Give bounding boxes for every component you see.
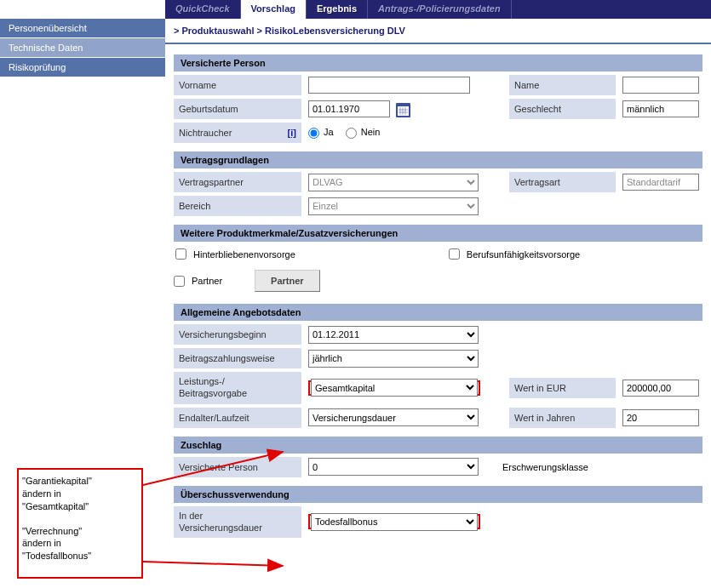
label-versicherungsbeginn: Versicherungsbeginn — [174, 324, 301, 345]
radio-nein[interactable]: Nein — [346, 127, 381, 139]
breadcrumb-produktauswahl[interactable]: Produktauswahl — [182, 26, 255, 36]
input-wert-in-eur[interactable] — [622, 380, 699, 397]
breadcrumb-current: RisikoLebensversicherung DLV — [265, 26, 405, 36]
breadcrumb: > Produktauswahl > RisikoLebensversicher… — [165, 19, 711, 44]
sidebar-item-technische-daten[interactable]: Technische Daten — [0, 38, 165, 58]
select-ueberschuss[interactable]: Todesfallbonus — [311, 513, 478, 531]
sidebar-item-personenuebersicht[interactable]: Personenübersicht — [0, 19, 165, 38]
section-ueberschuss: Überschussverwendung — [174, 486, 702, 503]
select-endalter[interactable]: Versicherungsdauer — [308, 408, 479, 426]
top-navigation: QuickCheck Vorschlag Ergebnis Antrags-/P… — [165, 0, 711, 19]
highlight-leistungsvorgabe: Gesamtkapital — [308, 380, 480, 396]
svg-rect-1 — [398, 106, 409, 116]
label-wert-in-eur: Wert in EUR — [509, 378, 616, 398]
label-nichtraucher: Nichtraucher [i] — [174, 123, 301, 143]
select-vertragspartner[interactable]: DLVAG — [308, 174, 479, 191]
sidebar-item-risikopruefung[interactable]: Risikoprüfung — [0, 58, 165, 77]
input-geschlecht[interactable] — [622, 100, 699, 117]
highlight-ueberschuss: Todesfallbonus — [308, 514, 480, 529]
section-zuschlag: Zuschlag — [174, 437, 702, 454]
section-versicherte-person: Versicherte Person — [174, 54, 702, 71]
tab-antrags[interactable]: Antrags-/Policierungsdaten — [368, 0, 512, 19]
label-erschwerungsklasse: Erschwerungsklasse — [497, 458, 593, 477]
input-name[interactable] — [622, 77, 699, 94]
main-content: > Produktauswahl > RisikoLebensversicher… — [165, 19, 711, 543]
input-wert-in-jahren[interactable] — [622, 409, 699, 426]
select-beitragszahlungsweise[interactable]: jährlich — [308, 350, 479, 368]
tab-quickcheck[interactable]: QuickCheck — [165, 0, 241, 19]
section-weitere: Weitere Produktmerkmale/Zusatzversicheru… — [174, 225, 702, 242]
label-beitragszahlungsweise: Beitragszahlungsweise — [174, 348, 301, 368]
button-partner[interactable]: Partner — [255, 270, 320, 292]
info-icon[interactable]: [i] — [288, 128, 296, 138]
checkbox-berufs[interactable]: Berufsunfähigkeitsvorsorge — [449, 248, 580, 260]
checkbox-partner[interactable]: Partner — [174, 276, 222, 287]
label-vorname: Vorname — [174, 75, 301, 95]
label-leistungsvorgabe: Leistungs-/ Beitragsvorgabe — [174, 372, 301, 404]
input-geburtsdatum[interactable] — [308, 100, 390, 117]
input-vertragsart[interactable] — [622, 174, 699, 191]
calendar-icon[interactable] — [396, 103, 410, 117]
svg-line-8 — [143, 562, 283, 566]
section-allgemeine: Allgemeine Angebotsdaten — [174, 304, 702, 321]
label-in-der-versicherungsdauer: In der Versicherungsdauer — [174, 506, 301, 539]
label-geschlecht: Geschlecht — [509, 99, 616, 119]
label-vertragspartner: Vertragspartner — [174, 172, 301, 192]
section-vertragsgrundlagen: Vertragsgrundlagen — [174, 151, 702, 168]
label-vertragsart: Vertragsart — [509, 172, 616, 192]
radio-ja[interactable]: Ja — [308, 127, 334, 139]
select-leistungsvorgabe[interactable]: Gesamtkapital — [311, 379, 478, 397]
label-bereich: Bereich — [174, 196, 301, 216]
checkbox-hinterbliebenen[interactable]: Hinterbliebenenvorsorge — [175, 248, 295, 260]
annotation-box: "Garantiekapital" ändern in "Gesamtkapit… — [17, 468, 143, 579]
label-geburtsdatum: Geburtsdatum — [174, 99, 301, 119]
sidebar: Personenübersicht Technische Daten Risik… — [0, 19, 165, 543]
label-wert-in-jahren: Wert in Jahren — [509, 408, 616, 428]
tab-ergebnis[interactable]: Ergebnis — [307, 0, 368, 19]
select-versicherungsbeginn[interactable]: 01.12.2011 — [308, 326, 479, 344]
select-bereich[interactable]: Einzel — [308, 197, 479, 215]
label-name: Name — [509, 75, 616, 95]
label-endalter: Endalter/Laufzeit — [174, 408, 301, 428]
select-zuschlag-person[interactable]: 0 — [308, 458, 479, 476]
input-vorname[interactable] — [308, 77, 470, 94]
tab-vorschlag[interactable]: Vorschlag — [241, 0, 307, 19]
label-versicherte-person2: Versicherte Person — [174, 457, 301, 477]
